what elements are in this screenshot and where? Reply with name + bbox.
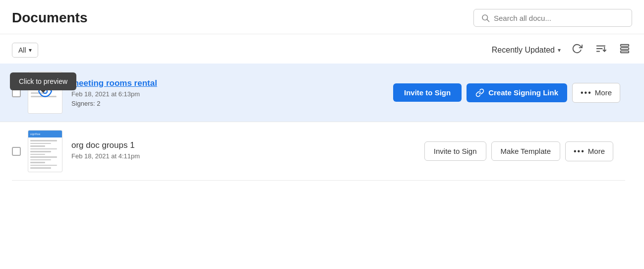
create-signing-link-button[interactable]: Create Signing Link	[467, 83, 567, 102]
refresh-button[interactable]	[570, 41, 585, 59]
doc-name-1[interactable]: meeting rooms rental	[71, 78, 393, 88]
svg-line-1	[487, 19, 489, 21]
page-title: Documents	[12, 10, 87, 26]
doc-signers-1: Signers: 2	[71, 100, 393, 107]
search-icon	[481, 13, 490, 22]
toolbar: All ▾ Recently Updated ▾	[0, 34, 644, 64]
page-header: Documents	[0, 0, 644, 34]
more-dots-icon: •••	[581, 88, 592, 97]
filter-button[interactable]: All ▾	[12, 43, 38, 58]
doc-date-2: Feb 18, 2021 at 4:11pm	[71, 152, 424, 160]
search-box[interactable]	[473, 9, 632, 27]
svg-rect-8	[621, 51, 629, 53]
more-label-2: More	[588, 147, 605, 155]
document-thumbnail-2[interactable]: signflow	[28, 130, 62, 172]
sort-label-text: Recently Updated	[492, 46, 555, 55]
sort-selector[interactable]: Recently Updated ▾	[492, 46, 561, 55]
svg-rect-6	[621, 45, 629, 47]
doc-actions-2: Invite to Sign Make Template ••• More	[424, 141, 613, 161]
filter-label: All	[18, 46, 26, 54]
preview-tooltip: Click to preview	[10, 72, 76, 90]
doc-info-2: org doc groups 1 Feb 18, 2021 at 4:11pm	[71, 140, 424, 162]
document-list: Click to preview meeting rooms rent	[0, 64, 644, 181]
svg-rect-7	[621, 48, 629, 50]
sort-order-button[interactable]	[593, 41, 608, 59]
table-row: signflow org doc groups 1 Feb 18, 2021 a…	[12, 122, 625, 181]
create-signing-link-label: Create Signing Link	[488, 88, 558, 97]
toolbar-left: All ▾	[12, 43, 38, 58]
view-toggle-button[interactable]	[617, 41, 632, 59]
doc-actions-1: Invite to Sign Create Signing Link ••• M…	[393, 83, 620, 103]
sort-order-icon	[595, 43, 606, 54]
table-row: Click to preview meeting rooms rent	[0, 64, 644, 122]
doc-date-1: Feb 18, 2021 at 6:13pm	[71, 90, 393, 98]
tooltip-text: Click to preview	[19, 77, 67, 85]
chevron-down-icon: ▾	[29, 47, 32, 54]
more-button-1[interactable]: ••• More	[572, 83, 620, 103]
link-icon	[475, 88, 484, 97]
doc-info-1: meeting rooms rental Feb 18, 2021 at 6:1…	[71, 78, 393, 107]
refresh-icon	[572, 43, 583, 54]
more-dots-icon-2: •••	[574, 147, 585, 156]
thumb2-header-text: signflow	[30, 133, 40, 135]
chevron-down-icon: ▾	[558, 47, 561, 54]
make-template-button[interactable]: Make Template	[491, 141, 560, 161]
row-checkbox-2[interactable]	[12, 147, 21, 156]
toolbar-right: Recently Updated ▾	[492, 41, 632, 59]
more-label-1: More	[595, 88, 612, 97]
invite-to-sign-button-2[interactable]: Invite to Sign	[424, 141, 486, 161]
list-view-icon	[619, 43, 630, 54]
search-input[interactable]	[494, 14, 625, 22]
more-button-2[interactable]: ••• More	[565, 141, 613, 161]
doc-name-2[interactable]: org doc groups 1	[71, 140, 424, 150]
invite-to-sign-button-1[interactable]: Invite to Sign	[393, 83, 462, 102]
